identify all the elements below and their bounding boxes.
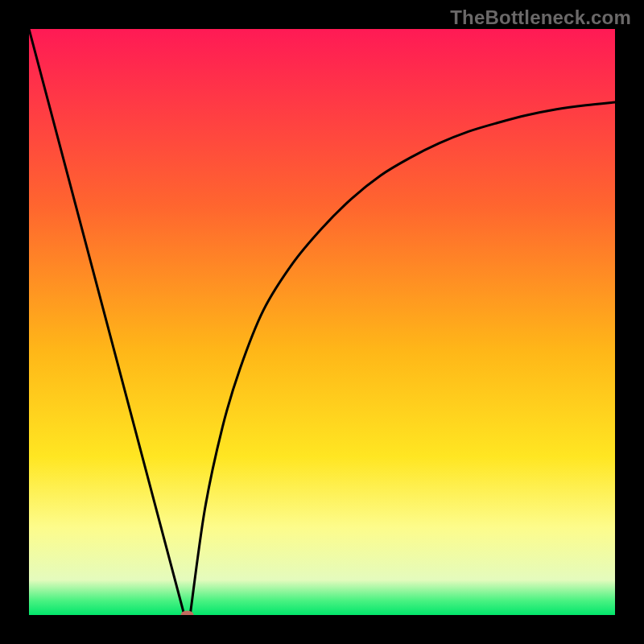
bottleneck-chart xyxy=(29,29,615,615)
chart-background xyxy=(29,29,615,615)
watermark: TheBottleneck.com xyxy=(450,6,631,29)
chart-area xyxy=(29,29,615,615)
